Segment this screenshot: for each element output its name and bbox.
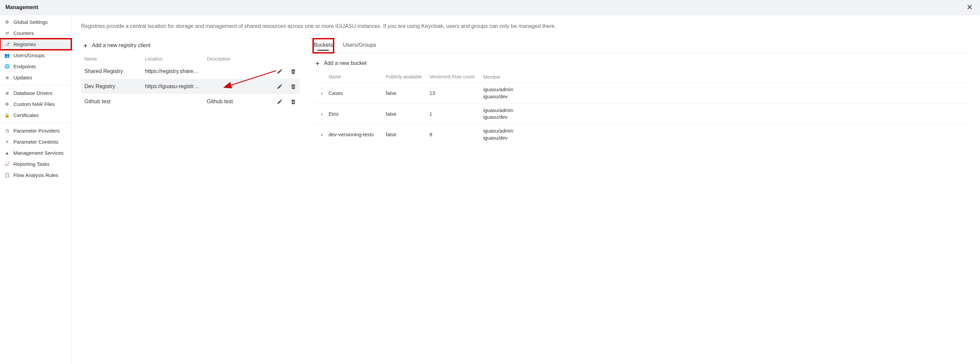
bucket-flow-count: 13 xyxy=(430,90,483,96)
sidebar-item-flow-analysis-rules[interactable]: 📋Flow Analysis Rules xyxy=(0,169,71,180)
expand-chevron-icon[interactable]: › xyxy=(321,111,323,117)
sidebar-item-counters[interactable]: ⇄Counters xyxy=(0,27,71,39)
edit-button[interactable] xyxy=(277,83,283,89)
delete-button[interactable] xyxy=(290,68,296,74)
sidebar-item-parameter-providers[interactable]: ◷Parameter Providers xyxy=(0,125,71,136)
puzzle-icon: ⚙ xyxy=(4,102,10,107)
bucket-member: iguasu/adminiguasu/dev xyxy=(483,107,969,121)
sidebar-item-label: Parameter Providers xyxy=(13,128,60,134)
hash-icon: # xyxy=(4,139,10,144)
registries-panel: ＋ Add a new registry client Name Locatio… xyxy=(81,39,300,144)
sidebar-item-label: Custom NAR Files xyxy=(13,101,55,107)
sidebar-item-label: Counters xyxy=(13,30,34,36)
arrows-icon: ⇄ xyxy=(4,30,10,36)
registry-row[interactable]: Shared Registryhttps://registry.share… xyxy=(81,64,300,79)
branch-icon: ⎇ xyxy=(4,42,10,47)
bucket-row[interactable]: ›dev-versioning-testsfalse8iguasu/admini… xyxy=(313,124,970,145)
registry-name: Github test xyxy=(84,99,145,105)
sidebar-item-database-drivers[interactable]: ≣Database Drivers xyxy=(0,88,71,99)
registry-description: Github test xyxy=(205,99,266,105)
registry-row[interactable]: Github testGithub test xyxy=(81,94,300,109)
tab-users[interactable]: Users/Groups xyxy=(342,39,377,53)
add-bucket-label: Add a new bucket xyxy=(324,60,367,66)
plus-icon: ＋ xyxy=(315,59,320,67)
sidebar-item-registries[interactable]: ⎇Registries xyxy=(0,39,71,50)
registry-name: Shared Registry xyxy=(84,68,145,74)
sidebar-item-label: Registries xyxy=(13,42,36,47)
sidebar-item-endpoints[interactable]: 🌐Endpoints xyxy=(0,61,71,72)
delete-button[interactable] xyxy=(290,99,296,105)
sidebar-item-label: Database Drivers xyxy=(13,90,52,96)
sidebar: ⚙Global Settings⇄Counters⎇Registries👥Use… xyxy=(0,15,72,364)
sidebar-item-label: Updates xyxy=(13,75,32,80)
sidebar-item-management-services[interactable]: ▲Management Services xyxy=(0,147,71,158)
registries-header: Name Location Description xyxy=(81,54,300,64)
add-registry-label: Add a new registry client xyxy=(92,42,150,48)
expand-chevron-icon[interactable]: › xyxy=(321,131,323,137)
sidebar-item-certificates[interactable]: 🔒Certificates xyxy=(0,110,71,121)
sidebar-item-label: Global Settings xyxy=(13,19,48,25)
sliders-icon: ⚙ xyxy=(4,19,10,24)
tray-icon: ▲ xyxy=(4,150,10,155)
sidebar-item-label: Users/Groups xyxy=(13,53,45,58)
sidebar-item-label: Reporting Tasks xyxy=(13,161,49,167)
bucket-public: false xyxy=(386,111,430,117)
sidebar-item-updates[interactable]: ⊕Updates xyxy=(0,72,71,83)
topbar: Management ✕ xyxy=(0,0,980,15)
bucket-name: Etris xyxy=(329,111,386,117)
chart-icon: 📈 xyxy=(4,161,10,166)
sidebar-item-label: Certificates xyxy=(13,112,39,118)
bucket-member: iguasu/adminiguasu/dev xyxy=(483,86,969,100)
sidebar-item-parameter-contexts[interactable]: #Parameter Contexts xyxy=(0,136,71,147)
sidebar-item-label: Endpoints xyxy=(13,64,36,69)
expand-chevron-icon[interactable]: › xyxy=(321,90,323,96)
buckets-header: Name Publicly available Versioned Flow c… xyxy=(313,72,970,82)
edit-button[interactable] xyxy=(277,68,283,74)
users-icon: 👥 xyxy=(4,53,10,58)
bucket-member: iguasu/adminiguasu/dev xyxy=(483,128,969,141)
registry-location: https://registry.share… xyxy=(145,68,205,74)
registry-row[interactable]: Dev Registryhttps://iguasu-registr… xyxy=(81,79,300,94)
circle-plus-icon: ⊕ xyxy=(4,75,10,80)
bucket-public: false xyxy=(386,90,430,96)
clipboard-icon: 📋 xyxy=(4,172,10,178)
close-button[interactable]: ✕ xyxy=(964,3,975,12)
bucket-flow-count: 8 xyxy=(430,131,483,137)
clock-icon: ◷ xyxy=(4,128,10,133)
sidebar-item-label: Flow Analysis Rules xyxy=(13,172,58,178)
bucket-name: Cases xyxy=(329,90,386,96)
page-title: Management xyxy=(5,4,38,10)
sidebar-item-global-settings[interactable]: ⚙Global Settings xyxy=(0,16,71,27)
delete-button[interactable] xyxy=(290,83,296,89)
globe-icon: 🌐 xyxy=(4,64,10,69)
tabs: Buckets Users/Groups xyxy=(313,39,970,53)
edit-button[interactable] xyxy=(277,99,283,105)
sidebar-item-label: Parameter Contexts xyxy=(13,139,58,145)
bucket-name: dev-versioning-tests xyxy=(329,131,386,137)
intro-text: Registries provide a central location fo… xyxy=(81,22,970,30)
plus-icon: ＋ xyxy=(83,42,88,49)
db-icon: ≣ xyxy=(4,91,10,96)
bucket-flow-count: 1 xyxy=(430,111,483,117)
sidebar-item-custom-nar-files[interactable]: ⚙Custom NAR Files xyxy=(0,99,71,110)
registry-name: Dev Registry xyxy=(84,83,145,89)
tab-buckets[interactable]: Buckets xyxy=(313,39,334,53)
bucket-row[interactable]: ›Casesfalse13iguasu/adminiguasu/dev xyxy=(313,82,970,103)
bucket-row[interactable]: ›Etrisfalse1iguasu/adminiguasu/dev xyxy=(313,103,970,124)
registry-location: https://iguasu-registr… xyxy=(145,83,205,89)
details-panel: Buckets Users/Groups ＋ Add a new bucket … xyxy=(313,39,970,144)
sidebar-item-users-groups[interactable]: 👥Users/Groups xyxy=(0,50,71,61)
lock-icon: 🔒 xyxy=(4,113,10,118)
sidebar-item-label: Management Services xyxy=(13,150,64,156)
add-bucket-button[interactable]: ＋ Add a new bucket xyxy=(313,56,970,70)
sidebar-item-reporting-tasks[interactable]: 📈Reporting Tasks xyxy=(0,158,71,169)
bucket-public: false xyxy=(386,131,430,137)
add-registry-button[interactable]: ＋ Add a new registry client xyxy=(81,39,300,52)
